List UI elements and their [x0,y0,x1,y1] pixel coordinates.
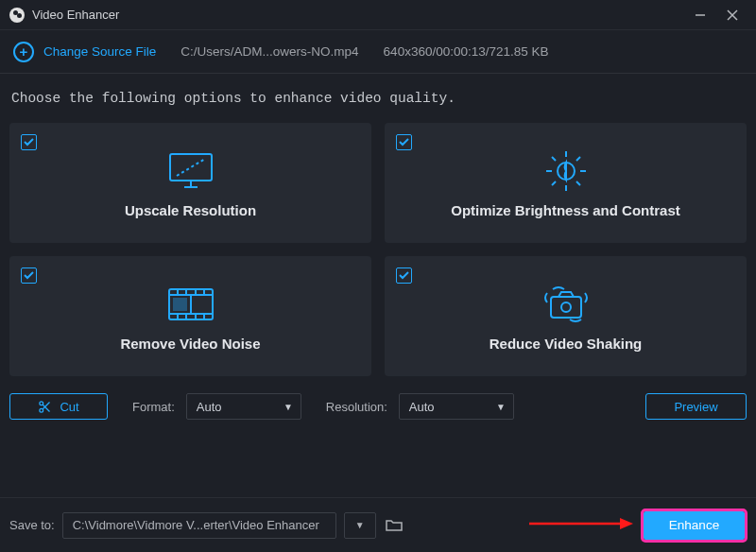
checkbox-shaking[interactable] [396,267,412,284]
preview-label: Preview [674,400,717,414]
scissors-icon [38,400,52,414]
sun-icon [542,147,590,195]
svg-rect-28 [173,298,187,311]
chevron-down-icon: ▼ [355,520,365,530]
close-button[interactable] [716,4,748,26]
preview-button[interactable]: Preview [645,393,747,420]
option-reduce-shaking[interactable]: Reduce Video Shaking [385,256,747,376]
svg-line-12 [552,157,556,161]
resolution-select[interactable]: Auto ▼ [399,393,514,420]
resolution-label: Resolution: [326,400,387,414]
svg-line-13 [576,181,580,185]
option-remove-noise[interactable]: Remove Video Noise [9,256,371,376]
resolution-value: Auto [409,400,435,414]
option-label: Reduce Video Shaking [490,336,642,352]
open-folder-button[interactable] [384,515,404,536]
source-file-row: + Change Source File C:/Users/ADM...ower… [0,30,756,74]
option-label: Upscale Resolution [125,202,256,218]
checkbox-brightness[interactable] [396,134,412,150]
window-title: Video Enhancer [32,8,119,22]
app-logo-icon [9,8,25,23]
enhance-button[interactable]: Enhance [644,511,745,540]
camera-shake-icon [540,281,593,328]
options-grid: Upscale Resolution Optimize Brightness a… [0,115,756,376]
bottom-bar: Save to: C:\Vidmore\Vidmore V...erter\Vi… [0,497,756,552]
change-source-label: Change Source File [43,44,156,59]
option-label: Remove Video Noise [120,336,260,352]
svg-rect-3 [170,154,212,181]
save-path-dropdown[interactable]: ▼ [344,512,376,539]
option-brightness-contrast[interactable]: Optimize Brightness and Contrast [385,123,747,243]
checkbox-noise[interactable] [21,267,37,284]
svg-line-15 [552,181,556,185]
chevron-down-icon: ▼ [284,402,293,412]
svg-rect-29 [551,297,581,318]
monitor-icon [165,147,216,195]
save-path-value: C:\Vidmore\Vidmore V...erter\Video Enhan… [73,518,319,532]
format-label: Format: [132,400,175,414]
source-file-info: 640x360/00:00:13/721.85 KB [384,44,549,59]
svg-line-14 [576,157,580,161]
format-value: Auto [197,400,222,414]
instruction-text: Choose the following options to enhance … [0,74,756,115]
folder-icon [386,519,403,532]
enhance-label: Enhance [669,518,719,532]
save-path-input[interactable]: C:\Vidmore\Vidmore V...erter\Video Enhan… [62,512,336,539]
svg-point-31 [40,401,43,405]
option-upscale-resolution[interactable]: Upscale Resolution [9,123,371,243]
change-source-button[interactable]: + Change Source File [13,42,156,62]
cut-label: Cut [60,400,78,414]
chevron-down-icon: ▼ [496,402,506,412]
svg-line-6 [177,159,205,176]
controls-row: Cut Format: Auto ▼ Resolution: Auto ▼ Pr… [0,376,756,420]
svg-point-30 [561,302,571,312]
svg-point-32 [40,408,43,412]
save-to-label: Save to: [9,518,55,532]
plus-icon: + [13,42,34,62]
source-file-path: C:/Users/ADM...owers-NO.mp4 [180,44,358,59]
option-label: Optimize Brightness and Contrast [451,202,680,218]
cut-button[interactable]: Cut [9,393,108,420]
checkbox-upscale[interactable] [21,134,37,150]
filmstrip-icon [166,281,215,328]
title-bar: Video Enhancer [0,0,756,30]
minimize-button[interactable] [684,4,716,26]
format-select[interactable]: Auto ▼ [186,393,301,420]
